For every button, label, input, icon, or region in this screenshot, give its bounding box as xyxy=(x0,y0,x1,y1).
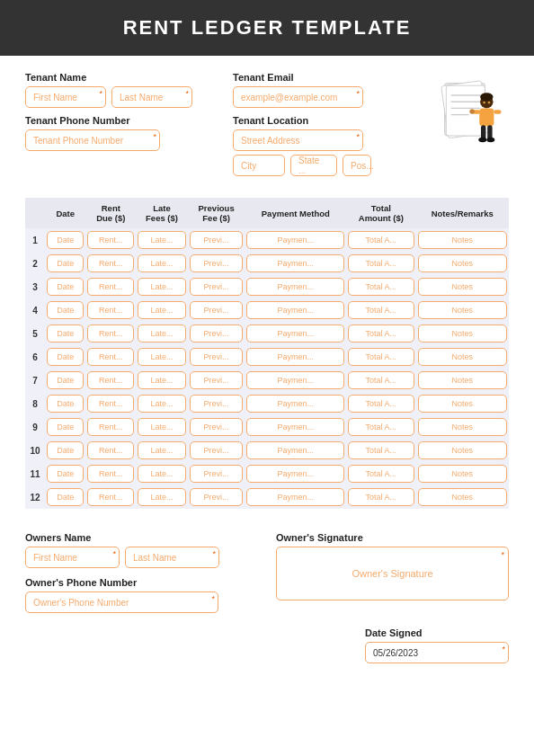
date-cell[interactable]: Date xyxy=(47,465,84,483)
payment-cell[interactable]: Paymen... xyxy=(246,441,344,459)
rent-cell[interactable]: Rent... xyxy=(87,301,134,319)
late-cell[interactable]: Late... xyxy=(138,231,186,249)
date-cell[interactable]: Date xyxy=(47,348,84,366)
rent-cell[interactable]: Rent... xyxy=(87,371,134,389)
payment-cell[interactable]: Paymen... xyxy=(246,348,344,366)
prev-cell[interactable]: Previ... xyxy=(190,488,244,506)
notes-cell[interactable]: Notes xyxy=(418,254,508,272)
date-signed-input[interactable]: 05/26/2023 * xyxy=(365,642,509,663)
row-prev: Previ... xyxy=(188,345,245,369)
rent-cell[interactable]: Rent... xyxy=(87,418,134,436)
notes-cell[interactable]: Notes xyxy=(418,488,508,506)
prev-cell[interactable]: Previ... xyxy=(190,371,244,389)
total-cell[interactable]: Total A... xyxy=(348,278,414,296)
rent-cell[interactable]: Rent... xyxy=(87,395,134,413)
owner-first-name-input[interactable]: First Name * xyxy=(25,547,120,568)
prev-cell[interactable]: Previ... xyxy=(190,278,244,296)
date-cell[interactable]: Date xyxy=(47,418,84,436)
payment-cell[interactable]: Paymen... xyxy=(246,488,344,506)
rent-cell[interactable]: Rent... xyxy=(87,348,134,366)
total-cell[interactable]: Total A... xyxy=(348,418,414,436)
date-cell[interactable]: Date xyxy=(47,231,84,249)
late-cell[interactable]: Late... xyxy=(138,325,186,342)
prev-cell[interactable]: Previ... xyxy=(190,231,244,249)
tenant-street-input[interactable]: Street Address * xyxy=(233,129,363,151)
date-cell[interactable]: Date xyxy=(47,325,84,342)
prev-cell[interactable]: Previ... xyxy=(190,418,244,436)
rent-cell[interactable]: Rent... xyxy=(87,441,134,459)
total-cell[interactable]: Total A... xyxy=(348,254,414,272)
date-cell[interactable]: Date xyxy=(47,301,84,319)
total-cell[interactable]: Total A... xyxy=(348,231,414,249)
total-cell[interactable]: Total A... xyxy=(348,488,414,506)
tenant-first-name-input[interactable]: First Name * xyxy=(25,86,106,108)
notes-cell[interactable]: Notes xyxy=(418,348,508,366)
payment-cell[interactable]: Paymen... xyxy=(246,301,344,319)
late-cell[interactable]: Late... xyxy=(138,441,186,459)
payment-cell[interactable]: Paymen... xyxy=(246,465,344,483)
tenant-state-input[interactable]: State ... xyxy=(290,155,337,176)
prev-cell[interactable]: Previ... xyxy=(190,325,244,342)
date-cell[interactable]: Date xyxy=(47,395,84,413)
notes-cell[interactable]: Notes xyxy=(418,465,508,483)
rent-cell[interactable]: Rent... xyxy=(87,254,134,272)
notes-cell[interactable]: Notes xyxy=(418,418,508,436)
payment-cell[interactable]: Paymen... xyxy=(246,418,344,436)
payment-cell[interactable]: Paymen... xyxy=(246,231,344,249)
row-date: Date xyxy=(45,275,85,298)
payment-cell[interactable]: Paymen... xyxy=(246,278,344,296)
owner-signature-input[interactable]: Owner's Signature * xyxy=(276,547,509,600)
total-cell[interactable]: Total A... xyxy=(348,301,414,319)
payment-cell[interactable]: Paymen... xyxy=(246,371,344,389)
date-cell[interactable]: Date xyxy=(47,441,84,459)
late-cell[interactable]: Late... xyxy=(138,395,186,413)
rent-cell[interactable]: Rent... xyxy=(87,278,134,296)
notes-cell[interactable]: Notes xyxy=(418,278,508,296)
prev-cell[interactable]: Previ... xyxy=(190,254,244,272)
late-cell[interactable]: Late... xyxy=(138,278,186,296)
late-cell[interactable]: Late... xyxy=(138,301,186,319)
owner-phone-input[interactable]: Owner's Phone Number * xyxy=(25,591,218,613)
date-cell[interactable]: Date xyxy=(47,371,84,389)
total-cell[interactable]: Total A... xyxy=(348,441,414,459)
row-late: Late... xyxy=(136,415,188,439)
notes-cell[interactable]: Notes xyxy=(418,325,508,342)
tenant-postal-input[interactable]: Pos... xyxy=(343,155,371,176)
total-cell[interactable]: Total A... xyxy=(348,395,414,413)
payment-cell[interactable]: Paymen... xyxy=(246,254,344,272)
rent-cell[interactable]: Rent... xyxy=(87,465,134,483)
date-cell[interactable]: Date xyxy=(47,488,84,506)
notes-cell[interactable]: Notes xyxy=(418,441,508,459)
rent-cell[interactable]: Rent... xyxy=(87,231,134,249)
late-cell[interactable]: Late... xyxy=(138,488,186,506)
total-cell[interactable]: Total A... xyxy=(348,465,414,483)
prev-cell[interactable]: Previ... xyxy=(190,301,244,319)
prev-cell[interactable]: Previ... xyxy=(190,465,244,483)
late-cell[interactable]: Late... xyxy=(138,348,186,366)
late-cell[interactable]: Late... xyxy=(138,371,186,389)
date-cell[interactable]: Date xyxy=(47,278,84,296)
tenant-city-input[interactable]: City xyxy=(233,155,285,176)
prev-cell[interactable]: Previ... xyxy=(190,395,244,413)
late-cell[interactable]: Late... xyxy=(138,418,186,436)
late-cell[interactable]: Late... xyxy=(138,254,186,272)
payment-cell[interactable]: Paymen... xyxy=(246,325,344,342)
tenant-email-input[interactable]: example@example.com * xyxy=(233,86,363,108)
rent-cell[interactable]: Rent... xyxy=(87,488,134,506)
prev-cell[interactable]: Previ... xyxy=(190,441,244,459)
tenant-phone-input[interactable]: Tenant Phone Number * xyxy=(25,129,160,151)
payment-cell[interactable]: Paymen... xyxy=(246,395,344,413)
notes-cell[interactable]: Notes xyxy=(418,395,508,413)
prev-cell[interactable]: Previ... xyxy=(190,348,244,366)
date-cell[interactable]: Date xyxy=(47,254,84,272)
notes-cell[interactable]: Notes xyxy=(418,301,508,319)
owner-last-name-input[interactable]: Last Name * xyxy=(125,547,219,568)
notes-cell[interactable]: Notes xyxy=(418,231,508,249)
rent-cell[interactable]: Rent... xyxy=(87,325,134,342)
total-cell[interactable]: Total A... xyxy=(348,348,414,366)
late-cell[interactable]: Late... xyxy=(138,465,186,483)
notes-cell[interactable]: Notes xyxy=(418,371,508,389)
total-cell[interactable]: Total A... xyxy=(348,371,414,389)
total-cell[interactable]: Total A... xyxy=(348,325,414,342)
tenant-last-name-input[interactable]: Last Name * xyxy=(111,86,192,108)
